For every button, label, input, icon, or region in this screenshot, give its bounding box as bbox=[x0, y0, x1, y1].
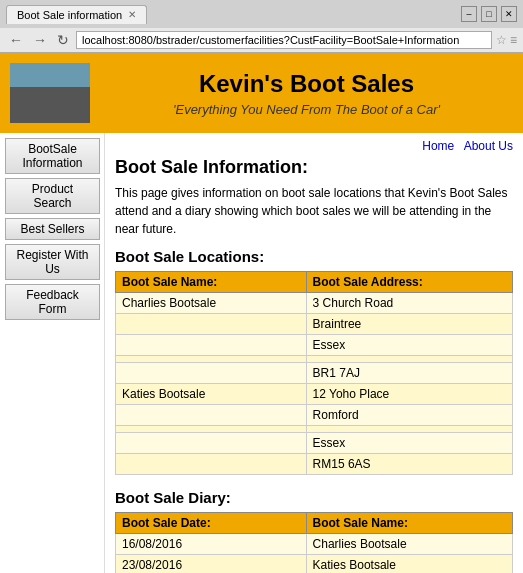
page-description: This page gives information on boot sale… bbox=[115, 184, 513, 238]
location-name-cell bbox=[116, 405, 307, 426]
window-controls: – □ ✕ bbox=[461, 6, 517, 22]
table-row bbox=[116, 426, 513, 433]
address-icons: ☆ ≡ bbox=[496, 33, 517, 47]
settings-icon: ≡ bbox=[510, 33, 517, 47]
close-button[interactable]: ✕ bbox=[501, 6, 517, 22]
site-title: Kevin's Boot Sales bbox=[100, 70, 513, 98]
page-header: Kevin's Boot Sales 'Everything You Need … bbox=[0, 53, 523, 133]
table-row bbox=[116, 356, 513, 363]
diary-name-cell: Katies Bootsale bbox=[306, 555, 512, 574]
address-input[interactable] bbox=[76, 31, 492, 49]
content-area: BootSale Information Product Search Best… bbox=[0, 133, 523, 573]
location-name-cell bbox=[116, 314, 307, 335]
locations-col1-header: Boot Sale Name: bbox=[116, 272, 307, 293]
table-row: Braintree bbox=[116, 314, 513, 335]
diary-date-cell: 16/08/2016 bbox=[116, 534, 307, 555]
diary-heading: Boot Sale Diary: bbox=[115, 489, 513, 506]
page-container: Kevin's Boot Sales 'Everything You Need … bbox=[0, 53, 523, 573]
location-address-cell: Essex bbox=[306, 335, 512, 356]
forward-button[interactable]: → bbox=[30, 32, 50, 48]
diary-date-cell: 23/08/2016 bbox=[116, 555, 307, 574]
location-address-cell: 3 Church Road bbox=[306, 293, 512, 314]
location-name-cell: Charlies Bootsale bbox=[116, 293, 307, 314]
sidebar: BootSale Information Product Search Best… bbox=[0, 133, 105, 573]
diary-name-cell: Charlies Bootsale bbox=[306, 534, 512, 555]
about-link[interactable]: About Us bbox=[464, 139, 513, 153]
table-row: BR1 7AJ bbox=[116, 363, 513, 384]
nav-links: Home About Us bbox=[115, 139, 513, 153]
location-address-cell: BR1 7AJ bbox=[306, 363, 512, 384]
location-name-cell bbox=[116, 335, 307, 356]
header-text: Kevin's Boot Sales 'Everything You Need … bbox=[100, 70, 513, 117]
minimize-button[interactable]: – bbox=[461, 6, 477, 22]
browser-chrome: Boot Sale information ✕ – □ ✕ ← → ↻ ☆ ≡ bbox=[0, 0, 523, 53]
main-content: Home About Us Boot Sale Information: Thi… bbox=[105, 133, 523, 573]
diary-table: Boot Sale Date: Boot Sale Name: 16/08/20… bbox=[115, 512, 513, 573]
tab-title: Boot Sale information bbox=[17, 9, 122, 21]
header-image bbox=[10, 63, 90, 123]
locations-col2-header: Boot Sale Address: bbox=[306, 272, 512, 293]
location-name-cell bbox=[116, 433, 307, 454]
tab-close-icon[interactable]: ✕ bbox=[128, 9, 136, 20]
star-icon: ☆ bbox=[496, 33, 507, 47]
location-address-cell: Braintree bbox=[306, 314, 512, 335]
sidebar-register-with-us[interactable]: Register With Us bbox=[5, 244, 100, 280]
diary-col2-header: Boot Sale Name: bbox=[306, 513, 512, 534]
location-address-cell: Essex bbox=[306, 433, 512, 454]
sidebar-product-search[interactable]: Product Search bbox=[5, 178, 100, 214]
tab-area: Boot Sale information ✕ bbox=[6, 5, 147, 24]
sidebar-feedback-form[interactable]: Feedback Form bbox=[5, 284, 100, 320]
sidebar-best-sellers[interactable]: Best Sellers bbox=[5, 218, 100, 240]
location-name-cell bbox=[116, 356, 307, 363]
locations-heading: Boot Sale Locations: bbox=[115, 248, 513, 265]
locations-table: Boot Sale Name: Boot Sale Address: Charl… bbox=[115, 271, 513, 475]
table-row: Katies Bootsale12 Yoho Place bbox=[116, 384, 513, 405]
home-link[interactable]: Home bbox=[422, 139, 454, 153]
diary-col1-header: Boot Sale Date: bbox=[116, 513, 307, 534]
car-image bbox=[10, 63, 90, 123]
table-row: Romford bbox=[116, 405, 513, 426]
location-name-cell bbox=[116, 426, 307, 433]
sidebar-bootsale-information[interactable]: BootSale Information bbox=[5, 138, 100, 174]
table-row: RM15 6AS bbox=[116, 454, 513, 475]
page-heading: Boot Sale Information: bbox=[115, 157, 513, 178]
table-row: Essex bbox=[116, 433, 513, 454]
browser-tab[interactable]: Boot Sale information ✕ bbox=[6, 5, 147, 24]
location-name-cell: Katies Bootsale bbox=[116, 384, 307, 405]
table-row: Essex bbox=[116, 335, 513, 356]
location-address-cell bbox=[306, 356, 512, 363]
location-address-cell: Romford bbox=[306, 405, 512, 426]
address-bar: ← → ↻ ☆ ≡ bbox=[0, 28, 523, 52]
site-subtitle: 'Everything You Need From The Boot of a … bbox=[100, 102, 513, 117]
table-row: 23/08/2016Katies Bootsale bbox=[116, 555, 513, 574]
location-address-cell bbox=[306, 426, 512, 433]
location-address-cell: 12 Yoho Place bbox=[306, 384, 512, 405]
location-address-cell: RM15 6AS bbox=[306, 454, 512, 475]
table-row: 16/08/2016Charlies Bootsale bbox=[116, 534, 513, 555]
location-name-cell bbox=[116, 363, 307, 384]
refresh-button[interactable]: ↻ bbox=[54, 32, 72, 48]
title-bar: Boot Sale information ✕ – □ ✕ bbox=[0, 0, 523, 28]
back-button[interactable]: ← bbox=[6, 32, 26, 48]
location-name-cell bbox=[116, 454, 307, 475]
maximize-button[interactable]: □ bbox=[481, 6, 497, 22]
table-row: Charlies Bootsale3 Church Road bbox=[116, 293, 513, 314]
